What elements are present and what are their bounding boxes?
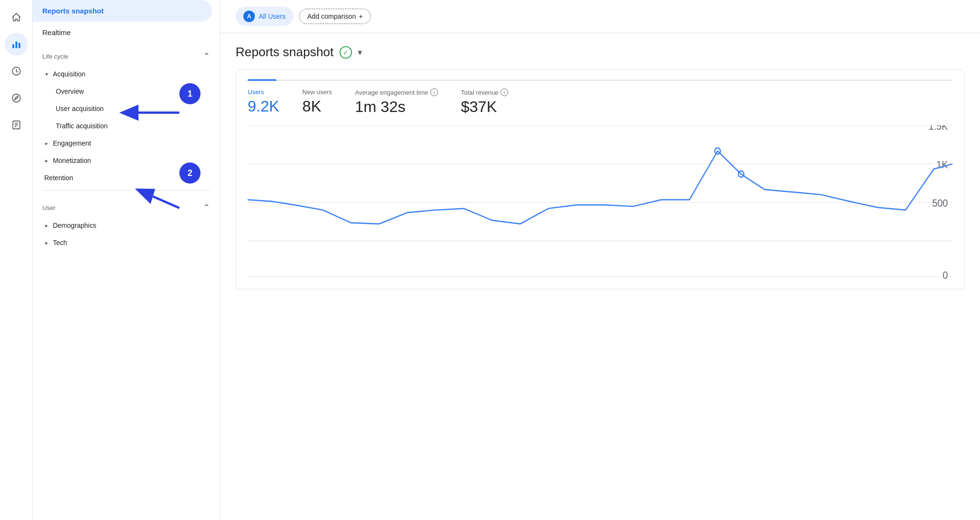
metric-revenue: Total revenue i $37K (461, 88, 508, 116)
engagement-expand-icon: ► (44, 141, 49, 146)
lifecycle-chevron[interactable]: ⌃ (203, 51, 210, 62)
svg-rect-1 (15, 42, 17, 49)
svg-point-4 (12, 94, 20, 102)
sidebar-item-acquisition[interactable]: ▼ Acquisition (33, 65, 220, 83)
svg-rect-2 (18, 43, 20, 48)
page-title: Reports snapshot (236, 45, 334, 60)
user-chevron[interactable]: ⌃ (203, 202, 210, 213)
tab-active-indicator (248, 79, 276, 81)
metric-users: Users 9.2K (248, 88, 279, 115)
user-avatar: A (243, 11, 255, 22)
engagement-info-icon[interactable]: i (430, 88, 438, 96)
top-bar: A All Users Add comparison + (220, 0, 980, 33)
acquisition-expand-icon: ▼ (44, 72, 49, 77)
sidebar-item-user-acquisition[interactable]: User acquisition (33, 100, 220, 117)
metrics-row: Users 9.2K New users 8K Average engageme… (248, 88, 953, 116)
reports-icon[interactable] (5, 113, 28, 136)
main-content: A All Users Add comparison + Reports sna… (220, 0, 980, 520)
svg-text:500: 500 (932, 197, 948, 209)
sidebar-item-reports-snapshot[interactable]: Reports snapshot (33, 0, 212, 22)
sidebar-item-demographics[interactable]: ► Demographics (33, 217, 220, 234)
monetization-expand-icon: ► (44, 158, 49, 163)
content-area: Reports snapshot ✓ ▾ Users 9.2K New user… (220, 33, 980, 520)
sidebar-item-retention[interactable]: Retention (33, 169, 220, 186)
revenue-info-icon[interactable]: i (501, 88, 508, 96)
demographics-expand-icon: ► (44, 223, 49, 228)
revenue-value: $37K (461, 98, 508, 116)
explore-icon[interactable] (5, 87, 28, 110)
users-label: Users (248, 88, 279, 96)
sidebar-divider (42, 190, 210, 191)
metric-engagement: Average engagement time i 1m 32s (355, 88, 438, 116)
svg-rect-0 (12, 44, 14, 48)
sidebar-item-traffic-acquisition[interactable]: Traffic acquisition (33, 117, 220, 135)
engagement-value: 1m 32s (355, 98, 438, 116)
tech-expand-icon: ► (44, 240, 49, 246)
add-comparison-button[interactable]: Add comparison + (299, 9, 371, 24)
user-section-header[interactable]: User ⌃ (33, 195, 220, 217)
sidebar-item-engagement[interactable]: ► Engagement (33, 135, 220, 152)
line-chart: 1.5K 1K 500 0 04 Dec 11 18 25 (248, 125, 953, 279)
users-value: 9.2K (248, 98, 279, 115)
engagement-label: Average engagement time i (355, 88, 438, 96)
svg-text:0: 0 (942, 269, 948, 279)
sidebar-item-monetization[interactable]: ► Monetization (33, 152, 220, 169)
metrics-card: Users 9.2K New users 8K Average engageme… (236, 69, 965, 289)
page-title-row: Reports snapshot ✓ ▾ (236, 45, 965, 60)
title-dropdown-icon[interactable]: ▾ (358, 47, 362, 58)
new-users-label: New users (302, 88, 332, 96)
tab-bar (248, 79, 953, 81)
new-users-value: 8K (302, 98, 332, 115)
revenue-label: Total revenue i (461, 88, 508, 96)
sidebar-item-tech[interactable]: ► Tech (33, 234, 220, 251)
all-users-button[interactable]: A All Users (236, 7, 293, 26)
icon-rail (0, 0, 33, 520)
check-icon: ✓ (339, 46, 352, 59)
realtime-icon[interactable] (5, 60, 28, 83)
sidebar-item-overview[interactable]: Overview (33, 83, 220, 100)
home-icon[interactable] (5, 6, 28, 29)
analytics-icon[interactable] (5, 33, 28, 56)
lifecycle-section-header[interactable]: Life cycle ⌃ (33, 43, 220, 65)
sidebar-item-realtime[interactable]: Realtime (33, 22, 212, 43)
sidebar: Reports snapshot Realtime Life cycle ⌃ ▼… (33, 0, 220, 520)
svg-text:1.5K: 1.5K (929, 125, 948, 132)
metric-new-users: New users 8K (302, 88, 332, 115)
chart-container: 1.5K 1K 500 0 04 Dec 11 18 25 (248, 125, 953, 279)
